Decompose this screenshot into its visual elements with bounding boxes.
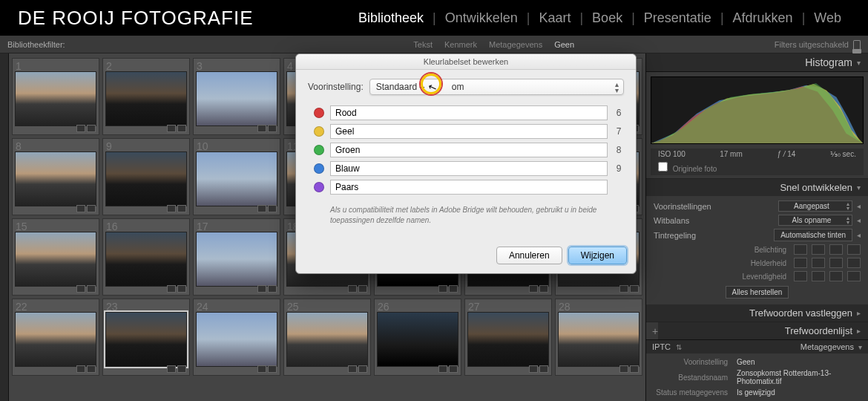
color-name-input[interactable] — [330, 161, 608, 176]
brightness-step-plus2[interactable] — [847, 258, 861, 268]
color-swatch-icon — [314, 126, 324, 137]
filter-status: Filters uitgeschakeld — [775, 40, 861, 49]
metadata-key: Status metagegevens — [654, 388, 728, 397]
collapse-icon: ▾ — [857, 59, 861, 67]
histogram-title: Histogram — [805, 56, 852, 68]
thumbnail-cell[interactable]: 10– — [193, 138, 280, 215]
cancel-button[interactable]: Annuleren — [496, 247, 562, 264]
histogram-header[interactable]: Histogram ▾ — [646, 53, 868, 72]
badge-icon — [529, 365, 538, 373]
lock-icon[interactable] — [853, 40, 861, 49]
filter-tabs: TekstKenmerkMetagegevensGeen — [214, 40, 775, 49]
chevron-left-icon[interactable]: ◂ — [857, 216, 861, 224]
thumbnail-cell[interactable]: 22– — [12, 299, 99, 376]
badge-icon — [348, 365, 357, 373]
brightness-step-plus1[interactable] — [829, 258, 843, 268]
exposure-step-plus1[interactable] — [829, 244, 843, 255]
filter-tab-tekst[interactable]: Tekst — [413, 40, 433, 49]
histogram-info: ISO 100 17 mm ƒ / 14 ⅟₃₀ sec. — [651, 149, 864, 160]
badge-icon — [348, 285, 357, 293]
brightness-step-minus1[interactable] — [812, 258, 825, 268]
thumbnail-cell[interactable]: 1– — [12, 58, 99, 135]
nav-boek[interactable]: Boek — [583, 10, 631, 26]
thumbnail-cell[interactable]: 15– — [12, 218, 99, 296]
thumbnail-image — [467, 312, 549, 367]
badge-icon — [76, 285, 85, 293]
thumbnail-cell[interactable]: 3– — [193, 58, 280, 135]
filter-tab-kenmerk[interactable]: Kenmerk — [444, 40, 477, 49]
nav-afdrukken[interactable]: Afdrukken — [724, 10, 802, 26]
thumbnail-cell[interactable]: 23– — [102, 299, 190, 376]
chevron-left-icon[interactable]: ◂ — [857, 231, 861, 239]
thumbnail-image — [196, 151, 277, 206]
thumbnail-cell[interactable]: 24– — [193, 299, 280, 376]
quick-develop-header[interactable]: Snel ontwikkelen ▾ — [646, 179, 868, 196]
title-bar: DE ROOIJ FOTOGRAFIE Bibliotheek|Ontwikke… — [0, 0, 868, 36]
vibrance-step-plus1[interactable] — [829, 271, 843, 281]
exposure-step-minus1[interactable] — [812, 244, 825, 255]
module-nav: Bibliotheek|Ontwikkelen|Kaart|Boek|Prese… — [349, 10, 850, 26]
presets-dropdown[interactable]: Aangepast▴▾ — [778, 200, 852, 212]
tone-label: Tintregeling — [654, 231, 769, 240]
thumbnail-cell[interactable]: 25– — [283, 299, 371, 376]
auto-tone-button[interactable]: Automatische tinten — [774, 229, 852, 241]
badge-icon — [539, 285, 548, 293]
color-shortcut: 9 — [614, 163, 624, 174]
thumbnail-cell[interactable]: 28– — [555, 299, 642, 376]
vibrance-step-plus2[interactable] — [847, 271, 861, 281]
iptc-dropdown[interactable]: IPTC ⇅ — [652, 342, 682, 351]
vibrance-step-minus2[interactable] — [794, 271, 807, 281]
cell-index: 10 — [197, 140, 208, 152]
cell-index: 26 — [378, 301, 389, 313]
badge-icon — [76, 205, 85, 212]
left-rail-collapsed[interactable] — [0, 53, 9, 401]
thumbnail-cell[interactable]: 2– — [102, 58, 190, 135]
thumbnail-cell[interactable]: 17– — [193, 218, 280, 296]
chevron-left-icon[interactable]: ◂ — [857, 202, 861, 210]
color-name-input[interactable] — [330, 105, 608, 120]
badge-icon — [76, 125, 85, 132]
exposure-step-plus2[interactable] — [847, 244, 861, 255]
thumbnail-image — [15, 232, 96, 287]
filter-tab-metagegevens[interactable]: Metagegevens — [489, 40, 542, 49]
color-name-input[interactable] — [330, 143, 608, 157]
vibrance-step-minus1[interactable] — [812, 271, 825, 281]
nav-ontwikkelen[interactable]: Ontwikkelen — [436, 10, 527, 26]
keywords-set-header[interactable]: Trefwoorden vastleggen ▸ — [646, 304, 868, 322]
nav-presentatie[interactable]: Presentatie — [635, 10, 720, 26]
thumbnail-cell[interactable]: 26– — [374, 299, 461, 376]
reset-all-button[interactable]: Alles herstellen — [726, 286, 789, 299]
keywords-list-header[interactable]: Trefwoordenlijst ▸ — [658, 322, 868, 339]
iso-value: ISO 100 — [658, 150, 685, 158]
brightness-step-minus2[interactable] — [794, 258, 807, 268]
color-swatch-icon — [314, 182, 324, 192]
color-name-input[interactable] — [330, 124, 608, 139]
badge-icon — [87, 365, 96, 373]
original-checkbox[interactable] — [658, 162, 668, 172]
metadata-header[interactable]: Metagegevens — [800, 342, 854, 351]
cell-index: 9 — [106, 140, 112, 152]
nav-bibliotheek[interactable]: Bibliotheek — [349, 10, 433, 26]
color-row: 9 — [314, 161, 624, 176]
whitebalance-dropdown[interactable]: Als opname▴▾ — [778, 215, 852, 226]
nav-web[interactable]: Web — [805, 10, 850, 26]
cell-index: 27 — [468, 301, 480, 313]
color-name-input[interactable] — [330, 180, 608, 195]
filter-tab-geen[interactable]: Geen — [554, 40, 574, 49]
metadata-rows: VoorinstellingGeenBestandsnaamZonsopkoms… — [646, 353, 868, 401]
preset-dropdown[interactable]: Standaard – Lightr om ▴▾ ↖ — [369, 79, 624, 95]
badge-icon — [257, 205, 266, 212]
badge-icon — [76, 365, 85, 373]
thumbnail-cell[interactable]: 8– — [12, 138, 99, 215]
library-filter-bar: Bibliotheekfilter: TekstKenmerkMetagegev… — [0, 36, 868, 53]
original-label: Originele foto — [673, 165, 717, 173]
confirm-button[interactable]: Wijzigen — [568, 247, 627, 264]
thumbnail-cell[interactable]: 27– — [464, 299, 552, 376]
badge-icon — [619, 285, 628, 293]
plus-icon[interactable]: + — [646, 325, 658, 337]
thumbnail-cell[interactable]: 16– — [102, 218, 190, 296]
nav-kaart[interactable]: Kaart — [530, 10, 579, 26]
badge-icon — [177, 285, 186, 293]
thumbnail-cell[interactable]: 9– — [102, 138, 190, 215]
exposure-step-minus2[interactable] — [794, 244, 807, 255]
